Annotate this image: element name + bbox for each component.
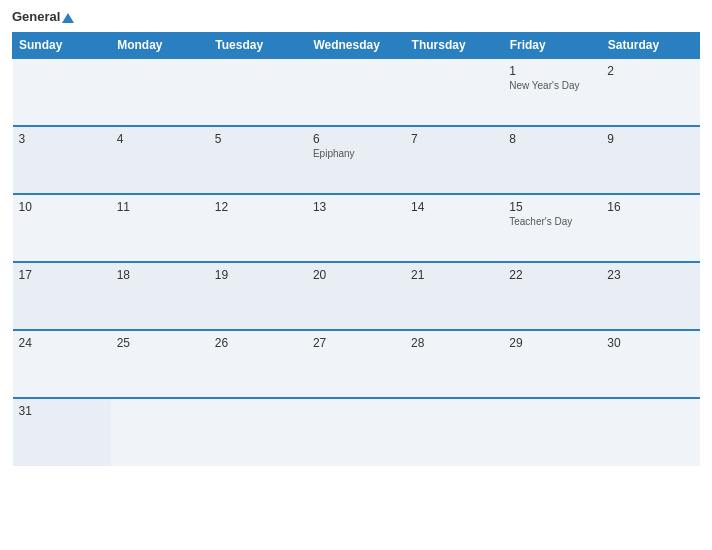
day-number: 15 xyxy=(509,200,595,214)
calendar-cell: 24 xyxy=(13,330,111,398)
calendar-cell: 14 xyxy=(405,194,503,262)
calendar-header: General xyxy=(12,10,700,24)
day-number: 2 xyxy=(607,64,693,78)
weekday-header-row: SundayMondayTuesdayWednesdayThursdayFrid… xyxy=(13,33,700,59)
day-number: 3 xyxy=(19,132,105,146)
day-number: 10 xyxy=(19,200,105,214)
calendar-cell xyxy=(405,58,503,126)
weekday-header-thursday: Thursday xyxy=(405,33,503,59)
day-number: 5 xyxy=(215,132,301,146)
calendar-cell xyxy=(111,398,209,466)
calendar-cell xyxy=(209,58,307,126)
day-number: 14 xyxy=(411,200,497,214)
day-number: 29 xyxy=(509,336,595,350)
calendar-cell xyxy=(307,398,405,466)
day-number: 17 xyxy=(19,268,105,282)
day-number: 19 xyxy=(215,268,301,282)
calendar-cell: 31 xyxy=(13,398,111,466)
weekday-header-friday: Friday xyxy=(503,33,601,59)
calendar-cell: 23 xyxy=(601,262,699,330)
weekday-header-tuesday: Tuesday xyxy=(209,33,307,59)
calendar-table: SundayMondayTuesdayWednesdayThursdayFrid… xyxy=(12,32,700,466)
calendar-cell: 17 xyxy=(13,262,111,330)
day-number: 21 xyxy=(411,268,497,282)
weekday-header-sunday: Sunday xyxy=(13,33,111,59)
day-number: 6 xyxy=(313,132,399,146)
day-number: 16 xyxy=(607,200,693,214)
calendar-cell xyxy=(307,58,405,126)
calendar-cell: 3 xyxy=(13,126,111,194)
calendar-cell: 6Epiphany xyxy=(307,126,405,194)
day-number: 25 xyxy=(117,336,203,350)
logo-triangle-icon xyxy=(62,13,74,23)
day-number: 11 xyxy=(117,200,203,214)
weekday-header-monday: Monday xyxy=(111,33,209,59)
calendar-week-5: 24252627282930 xyxy=(13,330,700,398)
holiday-name: New Year's Day xyxy=(509,80,595,91)
calendar-cell: 8 xyxy=(503,126,601,194)
calendar-cell: 30 xyxy=(601,330,699,398)
day-number: 1 xyxy=(509,64,595,78)
calendar-cell: 27 xyxy=(307,330,405,398)
calendar-cell: 12 xyxy=(209,194,307,262)
calendar-wrapper: General SundayMondayTuesdayWednesdayThur… xyxy=(0,0,712,550)
logo-general-text: General xyxy=(12,10,74,24)
day-number: 8 xyxy=(509,132,595,146)
day-number: 18 xyxy=(117,268,203,282)
calendar-cell xyxy=(405,398,503,466)
day-number: 13 xyxy=(313,200,399,214)
weekday-header-wednesday: Wednesday xyxy=(307,33,405,59)
calendar-cell: 16 xyxy=(601,194,699,262)
calendar-cell: 10 xyxy=(13,194,111,262)
calendar-cell: 22 xyxy=(503,262,601,330)
calendar-week-6: 31 xyxy=(13,398,700,466)
day-number: 30 xyxy=(607,336,693,350)
calendar-cell: 5 xyxy=(209,126,307,194)
day-number: 20 xyxy=(313,268,399,282)
calendar-cell: 20 xyxy=(307,262,405,330)
calendar-cell xyxy=(111,58,209,126)
calendar-cell: 13 xyxy=(307,194,405,262)
day-number: 28 xyxy=(411,336,497,350)
calendar-cell: 2 xyxy=(601,58,699,126)
holiday-name: Epiphany xyxy=(313,148,399,159)
logo: General xyxy=(12,10,74,24)
calendar-cell: 18 xyxy=(111,262,209,330)
day-number: 7 xyxy=(411,132,497,146)
day-number: 9 xyxy=(607,132,693,146)
day-number: 26 xyxy=(215,336,301,350)
calendar-cell: 7 xyxy=(405,126,503,194)
holiday-name: Teacher's Day xyxy=(509,216,595,227)
day-number: 4 xyxy=(117,132,203,146)
day-number: 23 xyxy=(607,268,693,282)
calendar-cell xyxy=(503,398,601,466)
calendar-cell: 28 xyxy=(405,330,503,398)
calendar-cell: 26 xyxy=(209,330,307,398)
calendar-cell: 19 xyxy=(209,262,307,330)
calendar-week-4: 17181920212223 xyxy=(13,262,700,330)
day-number: 31 xyxy=(19,404,105,418)
calendar-cell: 4 xyxy=(111,126,209,194)
weekday-header-saturday: Saturday xyxy=(601,33,699,59)
day-number: 22 xyxy=(509,268,595,282)
calendar-cell: 15Teacher's Day xyxy=(503,194,601,262)
day-number: 12 xyxy=(215,200,301,214)
calendar-cell: 25 xyxy=(111,330,209,398)
calendar-cell: 11 xyxy=(111,194,209,262)
day-number: 27 xyxy=(313,336,399,350)
day-number: 24 xyxy=(19,336,105,350)
calendar-cell: 21 xyxy=(405,262,503,330)
calendar-week-1: 1New Year's Day2 xyxy=(13,58,700,126)
calendar-cell xyxy=(13,58,111,126)
calendar-cell xyxy=(209,398,307,466)
calendar-cell xyxy=(601,398,699,466)
calendar-week-2: 3456Epiphany789 xyxy=(13,126,700,194)
calendar-week-3: 101112131415Teacher's Day16 xyxy=(13,194,700,262)
calendar-cell: 1New Year's Day xyxy=(503,58,601,126)
calendar-cell: 29 xyxy=(503,330,601,398)
calendar-cell: 9 xyxy=(601,126,699,194)
